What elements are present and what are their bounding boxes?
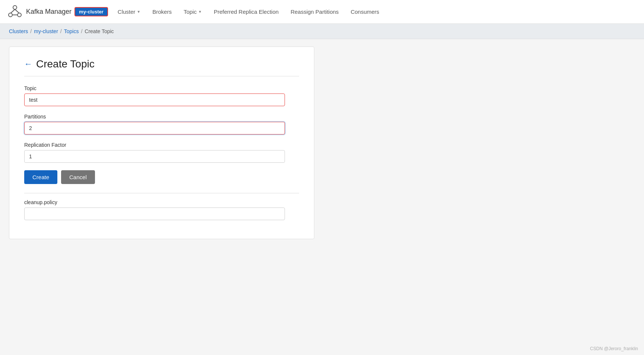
button-row: Create Cancel xyxy=(24,170,299,184)
navbar: Kafka Manager my-cluster Cluster ▼ Broke… xyxy=(0,0,644,24)
cleanup-policy-label: cleanup.policy xyxy=(24,199,299,205)
create-button[interactable]: Create xyxy=(24,170,57,184)
partitions-field-group: Partitions xyxy=(24,114,299,134)
breadcrumb-topics[interactable]: Topics xyxy=(64,28,79,34)
breadcrumb-create-topic: Create Topic xyxy=(85,28,114,34)
brand-link[interactable]: Kafka Manager xyxy=(7,4,72,19)
partitions-label: Partitions xyxy=(24,114,299,120)
breadcrumb-bar: Clusters / my-cluster / Topics / Create … xyxy=(0,24,644,39)
nav-item-preferred-replica[interactable]: Preferred Replica Election xyxy=(209,6,284,18)
svg-line-4 xyxy=(15,9,19,13)
cleanup-policy-input[interactable] xyxy=(24,207,285,220)
partitions-input[interactable] xyxy=(24,122,285,134)
nav-item-reassign-partitions[interactable]: Reassign Partitions xyxy=(285,6,344,18)
main-content: ← Create Topic Topic Partitions Replicat… xyxy=(0,39,644,247)
kafka-logo xyxy=(7,4,22,19)
topic-dropdown-arrow: ▼ xyxy=(198,10,202,14)
extra-section: cleanup.policy xyxy=(24,193,299,220)
nav-item-brokers[interactable]: Brokers xyxy=(147,6,177,18)
form-title: ← Create Topic xyxy=(24,58,299,76)
breadcrumb-my-cluster[interactable]: my-cluster xyxy=(34,28,58,34)
svg-point-0 xyxy=(13,6,17,9)
replication-field-group: Replication Factor xyxy=(24,142,299,163)
breadcrumb: Clusters / my-cluster / Topics / Create … xyxy=(9,28,635,34)
nav-menu: Cluster ▼ Brokers Topic ▼ Preferred Repl… xyxy=(112,6,384,18)
page-title: Create Topic xyxy=(36,58,95,70)
cluster-badge[interactable]: my-cluster xyxy=(74,7,108,16)
nav-item-topic[interactable]: Topic ▼ xyxy=(178,6,207,18)
back-arrow-icon[interactable]: ← xyxy=(24,59,32,69)
brand-name: Kafka Manager xyxy=(26,8,72,16)
topic-label: Topic xyxy=(24,85,299,91)
form-card: ← Create Topic Topic Partitions Replicat… xyxy=(9,47,314,239)
breadcrumb-clusters[interactable]: Clusters xyxy=(9,28,28,34)
cancel-button[interactable]: Cancel xyxy=(61,170,95,184)
topic-input[interactable] xyxy=(24,93,285,106)
replication-factor-input[interactable] xyxy=(24,150,285,163)
svg-point-2 xyxy=(18,13,21,17)
cluster-dropdown-arrow: ▼ xyxy=(137,10,140,14)
topic-field-group: Topic xyxy=(24,85,299,106)
cleanup-policy-group: cleanup.policy xyxy=(24,199,299,220)
breadcrumb-sep-1: / xyxy=(30,28,32,34)
nav-item-consumers[interactable]: Consumers xyxy=(345,6,384,18)
svg-line-3 xyxy=(11,9,15,13)
nav-item-cluster[interactable]: Cluster ▼ xyxy=(112,6,146,18)
breadcrumb-sep-3: / xyxy=(81,28,82,34)
breadcrumb-sep-2: / xyxy=(60,28,62,34)
svg-point-1 xyxy=(9,13,12,17)
replication-label: Replication Factor xyxy=(24,142,299,148)
